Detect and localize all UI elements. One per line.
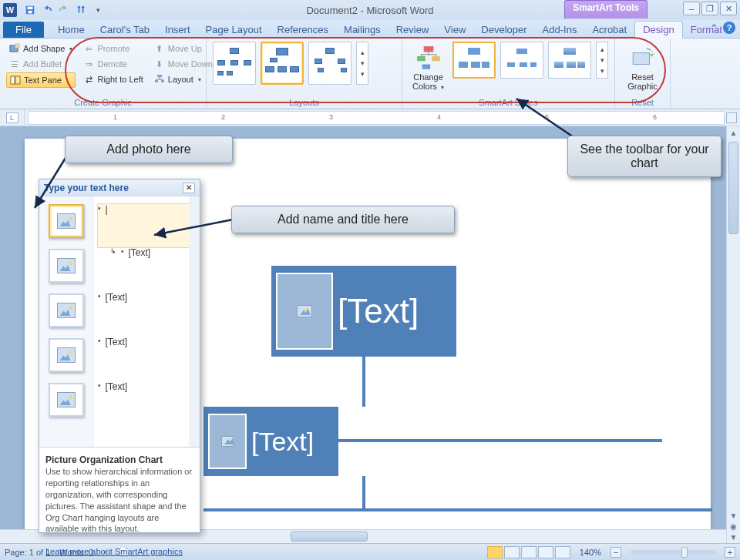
scroll-up-arrow[interactable]: ▲ xyxy=(727,126,740,139)
zoom-in-button[interactable]: + xyxy=(725,547,735,558)
layouts-gallery-more[interactable]: ▴▾▾ xyxy=(356,42,368,85)
qat-icon[interactable] xyxy=(74,3,88,17)
svg-rect-9 xyxy=(11,76,15,84)
text-pane-thumb-2[interactable] xyxy=(49,249,84,283)
view-web-layout[interactable] xyxy=(521,546,536,558)
file-tab[interactable]: File xyxy=(3,22,44,38)
zoom-percent[interactable]: 140% xyxy=(580,548,601,557)
smartart-node-1-picture[interactable] xyxy=(276,273,333,350)
tab-design[interactable]: Design xyxy=(634,21,682,39)
qat-redo-icon[interactable] xyxy=(57,3,71,17)
qat-undo-icon[interactable] xyxy=(40,3,54,17)
text-pane-icon xyxy=(10,75,21,86)
text-pane-close-button[interactable]: ✕ xyxy=(183,183,195,193)
group-layouts: ▴▾▾ Layouts xyxy=(207,39,402,109)
callout-add-name: Add name and title here xyxy=(231,206,455,233)
text-pane-toggle[interactable]: Text Pane xyxy=(6,72,76,88)
zoom-slider-thumb[interactable] xyxy=(681,547,688,558)
svg-rect-12 xyxy=(155,80,158,82)
tab-view[interactable]: View xyxy=(436,22,473,38)
svg-point-4 xyxy=(82,6,85,9)
svg-rect-11 xyxy=(157,75,162,77)
ribbon-tabs: File Home Carol's Tab Insert Page Layout… xyxy=(0,20,740,39)
text-pane-desc-body: Use to show hierarchical information or … xyxy=(45,467,192,533)
style-option-2[interactable] xyxy=(500,42,543,79)
view-full-screen[interactable] xyxy=(504,546,520,558)
svg-rect-10 xyxy=(15,76,20,84)
layout-option-3[interactable] xyxy=(308,42,352,85)
smartart-node-1[interactable]: [Text] xyxy=(271,266,456,357)
tab-add-ins[interactable]: Add-Ins xyxy=(535,22,585,38)
style-option-1-selected[interactable] xyxy=(452,42,496,79)
view-draft[interactable] xyxy=(555,546,570,558)
vertical-scrollbar[interactable]: ▲ ▼ ◉ ▼ xyxy=(726,126,740,543)
ruler-toggle[interactable] xyxy=(726,112,737,123)
smartart-node-2[interactable]: [Text] xyxy=(204,407,338,476)
text-pane-row-4[interactable]: •[Text] xyxy=(98,337,195,381)
view-print-layout[interactable] xyxy=(487,546,503,558)
smartart-connector-vert xyxy=(362,357,365,407)
callout-add-photo: Add photo here xyxy=(65,136,233,163)
horizontal-ruler[interactable]: 1 2 3 4 5 6 xyxy=(28,111,725,125)
group-label-layouts: Layouts xyxy=(213,98,395,107)
smartart-connector-bottom xyxy=(204,508,712,511)
ruler-corner[interactable]: L xyxy=(0,109,25,126)
text-pane-description: Picture Organization Chart Use to show h… xyxy=(39,447,200,560)
view-outline[interactable] xyxy=(538,546,553,558)
tab-page-layout[interactable]: Page Layout xyxy=(198,22,270,38)
text-pane-row-5[interactable]: •[Text] xyxy=(98,381,195,426)
window-controls: – ❐ ✕ xyxy=(683,2,737,15)
svg-rect-1 xyxy=(28,7,33,10)
smartart-tools-tab-label: SmartArt Tools xyxy=(564,0,648,18)
qat-more-icon[interactable]: ▾ xyxy=(91,3,105,17)
style-option-3[interactable] xyxy=(548,42,591,79)
change-colors-button[interactable]: Change Colors ▾ xyxy=(409,42,448,97)
reset-graphic-button[interactable]: Reset Graphic xyxy=(621,42,664,97)
text-pane-row-3[interactable]: •[Text] xyxy=(98,292,195,337)
move-up-icon: ⬆ xyxy=(154,43,165,54)
tab-home[interactable]: Home xyxy=(50,22,92,38)
tab-developer[interactable]: Developer xyxy=(473,22,534,38)
text-pane-thumb-3[interactable] xyxy=(49,293,84,327)
tab-insert[interactable]: Insert xyxy=(157,22,198,38)
qat-save-icon[interactable] xyxy=(23,3,37,17)
group-label-reset: Reset xyxy=(621,98,664,107)
word-app-icon[interactable]: W xyxy=(3,3,17,17)
ruler-area: L 1 2 3 4 5 6 xyxy=(0,109,740,126)
close-button[interactable]: ✕ xyxy=(720,2,737,15)
quick-access-toolbar: W ▾ xyxy=(3,3,105,17)
add-shape-button[interactable]: Add Shape▾ xyxy=(6,42,76,55)
smartart-node-2-picture[interactable] xyxy=(208,414,247,469)
tab-mailings[interactable]: Mailings xyxy=(336,22,388,38)
promote-button[interactable]: ⇐Promote xyxy=(80,42,146,55)
styles-gallery-more[interactable]: ▴▾▾ xyxy=(596,42,608,79)
svg-rect-15 xyxy=(417,56,426,61)
smartart-connector-vert2 xyxy=(362,476,365,510)
hscroll-thumb[interactable] xyxy=(291,531,368,542)
next-page-icon[interactable]: ▼ xyxy=(727,531,740,543)
tab-carols[interactable]: Carol's Tab xyxy=(92,22,157,38)
layout-option-1[interactable] xyxy=(213,42,256,85)
layout-option-2-selected[interactable] xyxy=(261,42,304,85)
text-pane-row-2[interactable]: ↳•[Text] xyxy=(98,247,195,292)
zoom-out-button[interactable]: − xyxy=(610,547,621,558)
tab-references[interactable]: References xyxy=(270,22,336,38)
restore-button[interactable]: ❐ xyxy=(701,2,718,15)
text-pane-thumb-4[interactable] xyxy=(49,338,84,372)
minimize-button[interactable]: – xyxy=(683,2,700,15)
minimize-ribbon-icon[interactable]: ⌃ xyxy=(710,22,718,34)
demote-button[interactable]: ⇒Demote xyxy=(80,57,146,71)
smartart-node-1-text[interactable]: [Text] xyxy=(338,292,419,330)
zoom-slider[interactable] xyxy=(631,550,715,555)
learn-more-link[interactable]: Learn more about SmartArt graphics xyxy=(45,547,183,556)
svg-rect-13 xyxy=(161,80,164,82)
right-to-left-button[interactable]: ⇄Right to Left xyxy=(80,72,146,86)
text-pane-thumb-5[interactable] xyxy=(49,383,84,417)
vscroll-thumb[interactable] xyxy=(728,142,738,234)
help-icon[interactable]: ? xyxy=(723,22,735,34)
smartart-node-2-text[interactable]: [Text] xyxy=(251,427,314,457)
add-bullet-button[interactable]: ☰Add Bullet xyxy=(6,57,76,71)
svg-rect-16 xyxy=(432,56,440,61)
tab-review[interactable]: Review xyxy=(388,22,437,38)
tab-acrobat[interactable]: Acrobat xyxy=(584,22,634,38)
